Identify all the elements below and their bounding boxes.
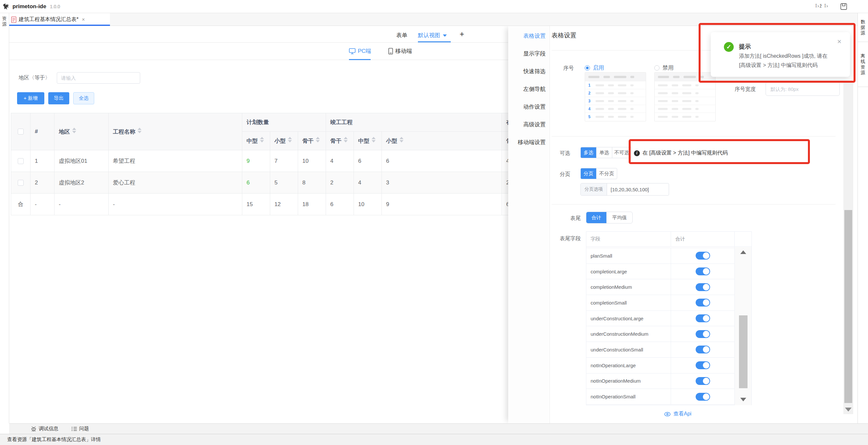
- default-view-tab[interactable]: 默认视图: [418, 32, 447, 39]
- checkbox-icon[interactable]: [18, 180, 24, 186]
- checkbox-icon[interactable]: [18, 158, 24, 164]
- success-check-icon: ✓: [724, 42, 734, 52]
- sort-icon[interactable]: [260, 137, 264, 142]
- view-api-link[interactable]: 查看Api: [664, 411, 691, 417]
- subheader[interactable]: 小型: [270, 132, 298, 150]
- table-footer-row: 合 - - - 15 12 18 6 10 9 6: [11, 194, 539, 215]
- subheader[interactable]: 骨干: [326, 132, 354, 150]
- titlebar-tool-icons[interactable]: î›ž î›: [815, 3, 829, 8]
- left-rail-resources-tab[interactable]: 资源: [2, 16, 7, 27]
- debug-info-button[interactable]: 调试信息: [31, 426, 58, 432]
- save-icon[interactable]: [840, 3, 848, 10]
- tab-pc[interactable]: PC端: [349, 47, 371, 55]
- sort-icon[interactable]: [72, 128, 76, 133]
- nav-action-settings[interactable]: 动作设置: [508, 98, 550, 116]
- option-none[interactable]: 不可选: [612, 147, 631, 158]
- export-button[interactable]: 导出: [48, 92, 69, 104]
- serial-label: 序号: [563, 65, 574, 72]
- panel-scrollbar[interactable]: [843, 82, 853, 414]
- scrollbar-thumb[interactable]: [844, 210, 852, 403]
- option-paged[interactable]: 分页: [581, 168, 596, 179]
- right-rail-datasource-tab[interactable]: 数据源: [858, 13, 868, 42]
- nav-advanced-settings[interactable]: 高级设置: [508, 116, 550, 133]
- sort-icon[interactable]: [344, 137, 348, 142]
- nav-mobile-settings[interactable]: 移动端设置: [508, 133, 550, 151]
- option-average[interactable]: 平均值: [607, 212, 632, 223]
- footer-segmented: 合计 平均值: [586, 212, 632, 223]
- chevron-down-icon: [443, 34, 447, 37]
- nav-left-navigation[interactable]: 左侧导航: [508, 81, 550, 98]
- radio-off-icon[interactable]: [654, 65, 659, 70]
- option-single[interactable]: 单选: [596, 147, 612, 158]
- nav-display-fields[interactable]: 显示字段: [508, 45, 550, 63]
- header-checkbox[interactable]: [11, 113, 31, 150]
- toggle-on[interactable]: [696, 361, 710, 369]
- tab-close-icon[interactable]: ×: [82, 17, 85, 23]
- table-row[interactable]: 1 虚拟地区01 希望工程 9 7 10 4 6 6 4: [11, 150, 539, 172]
- serial-width-input[interactable]: [766, 82, 840, 96]
- page-options-input[interactable]: 分页选项 [10,20,30,50,100]: [581, 183, 669, 196]
- tab-title: 建筑工程基本情况汇总表*: [19, 16, 79, 23]
- sort-icon[interactable]: [288, 137, 292, 142]
- add-button[interactable]: + 新增: [17, 92, 44, 104]
- radio-on-icon[interactable]: [585, 65, 590, 70]
- toggle-on[interactable]: [696, 314, 710, 322]
- subheader[interactable]: 骨干: [298, 132, 326, 150]
- toggle-on[interactable]: [696, 393, 710, 401]
- scroll-down-icon[interactable]: [740, 398, 746, 401]
- problems-button[interactable]: 问题: [71, 426, 89, 432]
- right-rail: 数据源 离线资源: [858, 13, 868, 423]
- toggle-on[interactable]: [696, 330, 710, 338]
- nav-quick-filter[interactable]: 快速筛选: [508, 63, 550, 81]
- sort-icon[interactable]: [316, 137, 320, 142]
- right-rail-offline-tab[interactable]: 离线资源: [858, 42, 868, 87]
- add-view-button[interactable]: +: [460, 30, 464, 39]
- row-checkbox[interactable]: [11, 172, 31, 194]
- subheader[interactable]: 中型: [242, 132, 270, 150]
- left-rail: 资源: [0, 13, 9, 423]
- tab-mobile[interactable]: 移动端: [389, 47, 412, 55]
- toggle-on[interactable]: [696, 267, 710, 275]
- scroll-down-button[interactable]: [843, 406, 853, 413]
- header-project[interactable]: 工程名称: [108, 113, 242, 150]
- page-options-value: [10,20,30,50,100]: [607, 184, 669, 195]
- row-checkbox[interactable]: [11, 150, 31, 172]
- eye-icon: [664, 412, 671, 416]
- tab-active[interactable]: 建筑工程基本情况汇总表* ×: [9, 13, 110, 26]
- selectable-label: 可选: [560, 150, 570, 157]
- fields-scrollbar[interactable]: [734, 247, 751, 405]
- toggle-on[interactable]: [696, 377, 710, 385]
- scrollbar-thumb[interactable]: [739, 315, 747, 388]
- header-region[interactable]: 地区: [55, 113, 108, 150]
- form-tab[interactable]: 表单: [396, 32, 407, 39]
- field-row: completionMedium: [586, 279, 751, 295]
- checkbox-icon[interactable]: [18, 129, 24, 134]
- serial-disable-radio[interactable]: 禁用: [654, 64, 674, 71]
- selectable-segmented: 多选 单选 不可选: [581, 147, 632, 158]
- select-all-button[interactable]: 全选: [73, 92, 94, 104]
- bug-icon: [31, 426, 36, 432]
- option-sum[interactable]: 合计: [586, 212, 607, 223]
- nav-table-settings[interactable]: 表格设置: [508, 27, 550, 45]
- toggle-on[interactable]: [696, 346, 710, 353]
- field-row: notInOperationMedium: [586, 374, 751, 389]
- table-row[interactable]: 2 虚拟地区2 爱心工程 6 5 8 2 4 3 2: [11, 172, 539, 194]
- serial-enable-radio[interactable]: 启用: [585, 64, 604, 71]
- filter-input[interactable]: [57, 72, 140, 84]
- toggle-on[interactable]: [696, 283, 710, 291]
- option-multi[interactable]: 多选: [581, 147, 596, 158]
- subheader[interactable]: 中型: [354, 132, 382, 150]
- editor-tab-bar: 建筑工程基本情况汇总表* ×: [9, 13, 858, 26]
- sort-icon[interactable]: [137, 128, 142, 133]
- subheader[interactable]: 小型: [382, 132, 502, 150]
- scroll-up-icon[interactable]: [740, 250, 746, 254]
- toggle-on[interactable]: [696, 299, 710, 307]
- sort-icon[interactable]: [372, 137, 376, 142]
- option-unpaged[interactable]: 不分页: [596, 168, 617, 179]
- sort-icon[interactable]: [400, 137, 403, 142]
- data-table: # 地区 工程名称 计划数量 竣工工程 在建工程 中型 小型 骨干 骨干 中型 …: [11, 113, 539, 215]
- toggle-on[interactable]: [696, 252, 710, 260]
- close-icon[interactable]: ×: [837, 37, 841, 46]
- field-row: completionLarge: [586, 264, 751, 280]
- page-options-prefix: 分页选项: [581, 184, 607, 195]
